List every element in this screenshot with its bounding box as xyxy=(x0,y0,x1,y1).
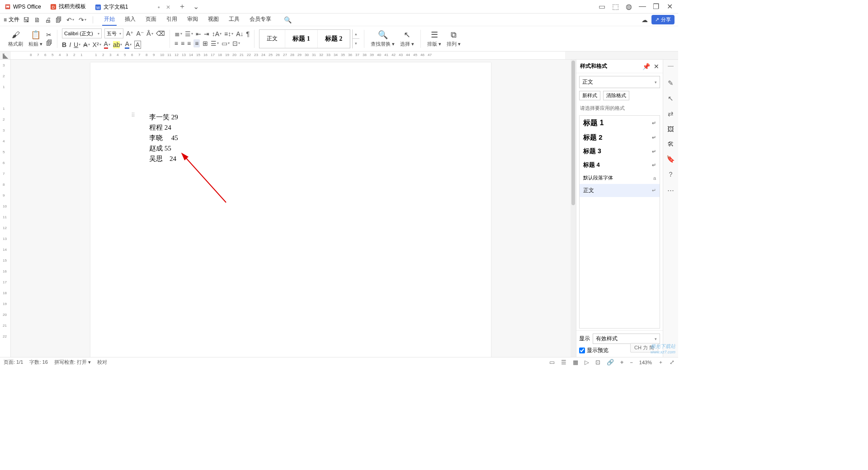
indent-icon[interactable]: ⇥ xyxy=(204,30,209,38)
style-h2[interactable]: 标题 2 xyxy=(318,30,350,48)
image-tool-icon[interactable]: 🖼 xyxy=(667,125,674,133)
proof-status[interactable]: 校对 xyxy=(97,359,107,366)
current-style-select[interactable]: 正文▾ xyxy=(579,76,660,88)
line-spacing-icon[interactable]: ≡↕ xyxy=(224,30,233,38)
style-list-item[interactable]: 标题 4↵ xyxy=(580,158,660,172)
vertical-scrollbar[interactable] xyxy=(571,60,576,357)
copy-icon[interactable]: 🗐 xyxy=(46,39,52,47)
show-dropdown[interactable]: 有效样式▾ xyxy=(593,334,660,344)
tab-view[interactable]: 视图 xyxy=(206,14,221,26)
superscript-icon[interactable]: X² xyxy=(93,41,101,48)
char-border-icon[interactable]: A xyxy=(134,41,141,49)
view-print-icon[interactable]: ▭ xyxy=(549,359,555,366)
app-tab[interactable]: WPS Office xyxy=(0,0,46,13)
collapse-pane-icon[interactable]: — xyxy=(668,62,674,72)
layout-button[interactable]: ☰排版 ▾ xyxy=(425,29,443,48)
zoom-out-button[interactable]: − xyxy=(630,360,632,365)
zoom-fit-icon[interactable]: ⌖ xyxy=(620,359,623,366)
align-left-icon[interactable]: ≡ xyxy=(175,40,178,47)
close-window-button[interactable]: ✕ xyxy=(664,2,675,11)
underline-icon[interactable]: U xyxy=(74,41,80,48)
view-web-icon[interactable]: ▦ xyxy=(573,359,578,366)
tab-member[interactable]: 会员专享 xyxy=(248,14,273,26)
tab-menu-button[interactable]: ⌄ xyxy=(189,2,203,11)
bookmark-icon[interactable]: 🔖 xyxy=(666,155,675,163)
page-count[interactable]: 页面: 1/1 xyxy=(4,359,23,366)
cloud-icon[interactable]: ☁ xyxy=(642,16,648,24)
cut-icon[interactable]: ✂ xyxy=(46,31,52,38)
outdent-icon[interactable]: ⇤ xyxy=(196,30,201,38)
strike-icon[interactable]: A xyxy=(83,41,90,48)
close-pane-icon[interactable]: ✕ xyxy=(654,63,659,70)
tab-reference[interactable]: 引用 xyxy=(165,14,179,26)
style-h1[interactable]: 标题 1 xyxy=(285,30,318,48)
italic-icon[interactable]: I xyxy=(69,41,71,48)
drag-handle-icon[interactable]: ⠿ xyxy=(131,112,135,118)
save-icon[interactable]: 🖫 xyxy=(23,16,29,24)
pin-icon[interactable]: 📌 xyxy=(642,63,650,70)
win-cube-icon[interactable]: ⬚ xyxy=(609,2,621,11)
arrange-button[interactable]: ⧉排列 ▾ xyxy=(445,29,462,48)
para-spacing-icon[interactable]: ☰ xyxy=(211,40,219,47)
select-tool-icon[interactable]: ↖ xyxy=(668,94,674,103)
more-icon[interactable]: ⋯ xyxy=(667,186,674,194)
font-size-select[interactable]: 五号▾ xyxy=(104,28,123,38)
clear-format-button[interactable]: 清除格式 xyxy=(603,91,629,100)
maximize-button[interactable]: ❐ xyxy=(650,2,662,11)
ruler-corner[interactable]: ◣ xyxy=(0,52,11,59)
doc-line[interactable]: 李晓 45 xyxy=(149,133,432,143)
exchange-icon[interactable]: ⇄ xyxy=(668,110,674,118)
tab-review[interactable]: 审阅 xyxy=(185,14,200,26)
style-list-item[interactable]: 标题 1↵ xyxy=(580,116,660,131)
highlight-icon[interactable]: ab xyxy=(113,41,123,48)
style-list-item[interactable]: 正文↵ xyxy=(580,184,660,197)
align-right-icon[interactable]: ≡ xyxy=(187,40,191,47)
doc-line[interactable]: 吴思 24 xyxy=(149,154,432,164)
gallery-scroll[interactable]: ▴▾ xyxy=(352,29,359,48)
clear-format-icon[interactable]: ⌫ xyxy=(156,30,165,37)
print-icon[interactable]: 🖨 xyxy=(45,16,51,24)
word-count[interactable]: 字数: 16 xyxy=(29,359,47,366)
link-icon[interactable]: 🔗 xyxy=(607,359,614,366)
new-style-button[interactable]: 新样式 xyxy=(579,91,600,100)
zoom-level[interactable]: 143% xyxy=(639,360,652,365)
show-marks-icon[interactable]: ¶ xyxy=(246,30,250,38)
doc-line[interactable]: 程程 24 xyxy=(149,122,432,133)
style-list-item[interactable]: 默认段落字体a xyxy=(580,172,660,184)
print-preview-icon[interactable]: 🗐 xyxy=(56,16,62,24)
number-list-icon[interactable]: ☰ xyxy=(185,30,193,38)
bullet-list-icon[interactable]: ≣ xyxy=(175,30,182,38)
shading-icon[interactable]: A xyxy=(125,40,131,49)
font-name-select[interactable]: Calibri (正文)▾ xyxy=(62,28,102,38)
distribute-icon[interactable]: ⊞ xyxy=(203,40,208,47)
search-icon[interactable]: 🔍 xyxy=(284,14,292,26)
view-fit-icon[interactable]: ⊡ xyxy=(595,359,600,366)
document-area[interactable]: ⠿ 李一笑 29 程程 24 李晓 45 赵成 55 吴思 24 xyxy=(11,60,571,357)
tab-home[interactable]: 开始 xyxy=(102,14,117,26)
zoom-in-button[interactable]: ＋ xyxy=(658,359,663,366)
minimize-button[interactable]: — xyxy=(637,2,648,11)
help-icon[interactable]: ？ xyxy=(667,170,674,179)
win-avatar-icon[interactable]: ◍ xyxy=(623,2,635,11)
new-tab-button[interactable]: ＋ xyxy=(175,2,189,11)
undo-button[interactable]: ↶ xyxy=(66,16,74,24)
shrink-font-icon[interactable]: A⁻ xyxy=(136,30,143,37)
tab-insert[interactable]: 插入 xyxy=(123,14,137,26)
templates-tab[interactable]: D 找稻壳模板 xyxy=(46,0,90,13)
export-icon[interactable]: 🗎 xyxy=(34,16,40,24)
horizontal-ruler[interactable]: 8765432112345678910111213141516171819202… xyxy=(11,52,565,59)
style-body[interactable]: 正文 xyxy=(259,30,285,48)
document-tab[interactable]: W 文字文稿1 ● ✕ xyxy=(90,0,175,13)
file-menu[interactable]: ≡ 文件 xyxy=(4,16,19,24)
align-justify-icon[interactable]: ≡ xyxy=(193,39,200,47)
doc-line[interactable]: 赵成 55 xyxy=(149,143,432,154)
tab-page[interactable]: 页面 xyxy=(144,14,158,26)
para-shading-icon[interactable]: ▭ xyxy=(222,40,230,47)
vertical-ruler[interactable]: 432112345678910111213141516171819202122 xyxy=(0,60,11,357)
share-button[interactable]: ↗ 分享 xyxy=(651,15,675,24)
font-color-icon[interactable]: A xyxy=(104,40,110,49)
style-list-item[interactable]: 标题 2↵ xyxy=(580,131,660,145)
borders-icon[interactable]: ⊡ xyxy=(232,40,240,47)
fullscreen-icon[interactable]: ⤢ xyxy=(670,359,675,366)
find-replace-button[interactable]: 🔍查找替换 ▾ xyxy=(369,29,396,48)
